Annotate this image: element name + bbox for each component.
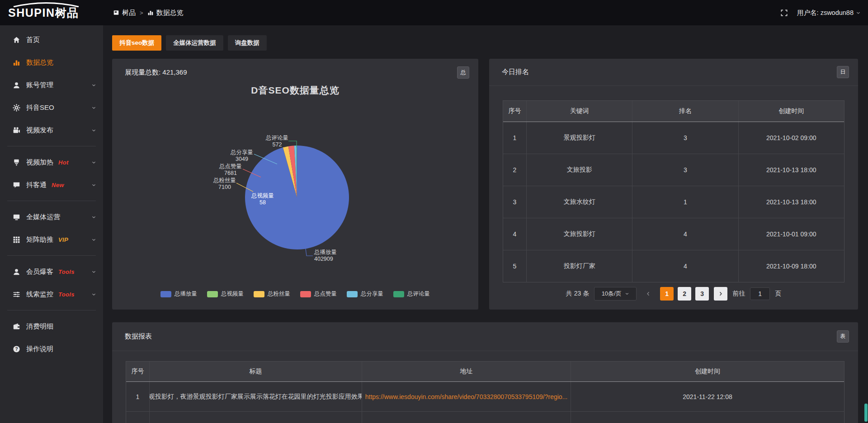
pie-slice-总分享量[interactable] — [294, 146, 297, 197]
ranking-panel-header: 今日排名 日 — [489, 59, 858, 86]
ranking-panel-title: 今日排名 — [502, 68, 529, 76]
goto-suffix-label: 页 — [775, 290, 781, 298]
goto-page-input[interactable] — [750, 287, 770, 300]
heat-icon — [13, 159, 20, 166]
legend-item-总视频量[interactable]: 总视频量 — [207, 290, 244, 298]
table-cell: 2021-10-01 09:00 — [739, 218, 844, 250]
chevron-down-icon — [856, 10, 861, 15]
total-count-label: 共 23 条 — [566, 290, 589, 298]
pie-slice-总评论量[interactable] — [297, 146, 297, 197]
table-cell: 1 — [126, 382, 150, 411]
page-size-select[interactable]: 10条/页 — [594, 287, 637, 301]
page-button-1[interactable]: 1 — [660, 287, 674, 301]
legend-item-总分享量[interactable]: 总分享量 — [347, 290, 383, 298]
legend-swatch — [254, 291, 264, 297]
sidebar-item-label: 数据总览 — [26, 58, 53, 67]
fullscreen-icon[interactable] — [780, 9, 788, 17]
pie-label-总粉丝量: 总粉丝量7100 — [213, 177, 236, 191]
page-button-2[interactable]: 2 — [678, 287, 691, 301]
breadcrumb-label: 树品 — [122, 9, 136, 17]
sidebar-item-首页[interactable]: 首页 — [0, 28, 103, 51]
sidebar-item-会员爆客[interactable]: 会员爆客Tools — [0, 260, 103, 283]
sidebar-item-视频加热[interactable]: 视频加热Hot — [0, 151, 103, 174]
total-view-button[interactable]: 总 — [457, 66, 469, 79]
sidebar-item-label: 全媒体运营 — [26, 213, 60, 221]
ranking-table: 序号关键词排名创建时间1景观投影灯32021-10-02 09:002文旅投影3… — [503, 100, 844, 282]
user-menu[interactable]: 用户名: zswodun88 — [797, 9, 861, 17]
sidebar-item-数据总览[interactable]: 数据总览 — [0, 51, 103, 74]
page-button-3[interactable]: 3 — [695, 287, 709, 301]
table-cell: 2021-10-09 18:00 — [739, 250, 844, 282]
sidebar-item-抖客通[interactable]: 抖客通New — [0, 174, 103, 196]
table-cell — [362, 412, 571, 423]
pie-label-line — [306, 249, 313, 256]
sidebar-item-label: 会员爆客 — [26, 268, 53, 276]
sidebar-item-label: 首页 — [26, 36, 40, 44]
overview-panel-header: 展现量总数: 421,369 总 — [112, 59, 478, 86]
sidebar-item-矩阵助推[interactable]: 矩阵助推VIP — [0, 228, 103, 251]
legend-item-总评论量[interactable]: 总评论量 — [393, 290, 430, 298]
pie-label-总评论量: 总评论量572 — [266, 135, 288, 148]
pie-slice-总视频量[interactable] — [283, 147, 297, 197]
legend-label: 总分享量 — [361, 290, 383, 298]
sidebar-item-消费明细[interactable]: 消费明细 — [0, 315, 103, 338]
table-cell: 4 — [632, 218, 738, 250]
sidebar-item-视频发布[interactable]: 视频发布 — [0, 119, 103, 141]
legend-item-总播放量[interactable]: 总播放量 — [160, 290, 197, 298]
breadcrumb-item-current[interactable]: 数据总览 — [147, 9, 184, 17]
pie-label-line — [254, 154, 277, 164]
breadcrumb-item-home[interactable]: 树品 — [113, 9, 136, 17]
chevron-down-icon — [625, 291, 629, 296]
legend-label: 总点赞量 — [314, 290, 337, 298]
pie-label-总视频量: 总视频量58 — [248, 193, 277, 206]
column-header: 标题 — [150, 362, 362, 381]
sidebar-divider — [7, 201, 96, 201]
legend-item-总点赞量[interactable]: 总点赞量 — [300, 290, 337, 298]
day-view-button[interactable]: 日 — [837, 66, 849, 78]
svg-text:?: ? — [15, 347, 18, 352]
sidebar-item-账号管理[interactable]: 账号管理 — [0, 74, 103, 96]
report-table: 序号标题地址创建时间1景观投影灯，夜游景观投影灯厂家展示展示落花灯在花园里的灯光… — [126, 361, 844, 423]
topbar: SHUPIN树品 树品 > 数据总览 用户名: zswodun88 — [0, 0, 868, 25]
sidebar-item-全媒体运营[interactable]: 全媒体运营 — [0, 206, 103, 228]
table-cell: 投影灯厂家 — [527, 250, 632, 282]
chevron-down-icon — [91, 215, 96, 220]
sidebar-item-badge: New — [52, 182, 64, 188]
sidebar-item-线索监控[interactable]: 线索监控Tools — [0, 283, 103, 306]
scrollbar[interactable] — [863, 25, 868, 423]
sidebar-item-badge: Tools — [58, 291, 75, 298]
report-panel-header: 数据报表 表 — [112, 322, 858, 351]
legend-item-总粉丝量[interactable]: 总粉丝量 — [254, 290, 290, 298]
sidebar-item-操作说明[interactable]: ?操作说明 — [0, 338, 103, 360]
tab-询盘数据[interactable]: 询盘数据 — [228, 35, 267, 51]
chart-legend: 总播放量总视频量总粉丝量总点赞量总分享量总评论量 — [112, 290, 478, 298]
table-cell: 景观投影灯 — [527, 122, 632, 154]
tab-抖音seo数据[interactable]: 抖音seo数据 — [112, 35, 161, 51]
table-cell: 文旅投影 — [527, 154, 632, 186]
report-panel-title: 数据报表 — [125, 332, 152, 341]
sidebar-item-label: 矩阵助推 — [26, 235, 53, 244]
table-cell: 3 — [632, 122, 738, 154]
chevron-down-icon — [91, 237, 96, 242]
legend-swatch — [207, 291, 218, 297]
username-label: 用户名: zswodun88 — [797, 9, 854, 17]
table-cell: 3 — [503, 186, 527, 218]
table-row: 1景观投影灯32021-10-02 09:00 — [503, 122, 844, 154]
sidebar-item-抖音SEO[interactable]: 抖音SEO — [0, 96, 103, 119]
data-tabs: 抖音seo数据全媒体运营数据询盘数据 — [112, 35, 858, 51]
prev-page-button[interactable] — [642, 287, 655, 301]
scrollbar-thumb[interactable] — [864, 404, 868, 422]
table-cell: 景观投影灯，夜游景观投影灯厂家展示展示落花灯在花园里的灯光投影应用效果 # — [150, 382, 362, 411]
sidebar-item-badge: Hot — [58, 159, 69, 166]
pie-slice-总粉丝量[interactable] — [283, 146, 297, 197]
report-link[interactable]: https://www.iesdouyin.com/share/video/70… — [362, 382, 571, 411]
column-header: 关键词 — [527, 101, 632, 122]
next-page-button[interactable] — [714, 287, 727, 301]
pie-slice-总播放量[interactable] — [245, 146, 349, 249]
tab-全媒体运营数据[interactable]: 全媒体运营数据 — [166, 35, 223, 51]
table-view-button[interactable]: 表 — [837, 330, 849, 343]
legend-label: 总视频量 — [221, 290, 244, 298]
pie-label-总播放量: 总播放量402909 — [314, 249, 337, 263]
app-icon — [113, 9, 119, 16]
pie-slice-总点赞量[interactable] — [288, 146, 297, 197]
